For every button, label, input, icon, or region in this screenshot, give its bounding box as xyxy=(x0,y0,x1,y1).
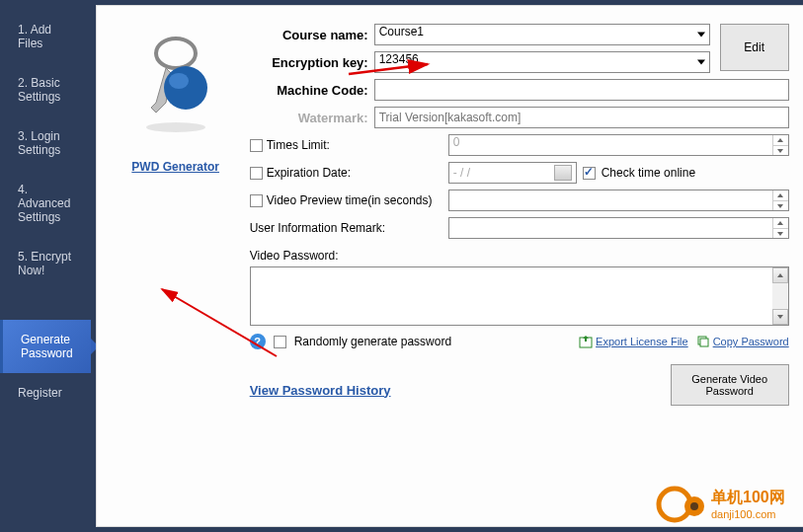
user-info-label: User Information Remark: xyxy=(250,221,442,235)
user-info-input[interactable] xyxy=(448,217,789,239)
sidebar-item-register[interactable]: Register xyxy=(0,373,91,413)
video-password-label: Video Password: xyxy=(250,249,789,263)
chevron-down-icon xyxy=(697,33,705,38)
calendar-button-icon[interactable] xyxy=(554,165,572,181)
video-password-textarea[interactable] xyxy=(250,266,789,326)
machine-code-label: Machine Code: xyxy=(250,83,368,98)
course-name-select[interactable]: Course1 xyxy=(374,24,710,45)
svg-rect-6 xyxy=(700,339,708,346)
svg-point-1 xyxy=(164,66,207,110)
pwd-generator-link[interactable]: PWD Generator xyxy=(121,160,230,174)
expiration-date-label: Expiration Date: xyxy=(267,166,351,180)
spinner-down-icon[interactable] xyxy=(772,200,788,210)
sidebar: 1. Add Files 2. Basic Settings 3. Login … xyxy=(0,0,91,532)
view-password-history-link[interactable]: View Password History xyxy=(250,383,391,398)
svg-text:单机100网: 单机100网 xyxy=(710,489,785,505)
video-preview-input[interactable] xyxy=(448,190,789,211)
copy-icon xyxy=(696,335,710,348)
svg-point-0 xyxy=(156,38,196,68)
times-limit-label: Times Limit: xyxy=(267,138,330,152)
scrollbar[interactable] xyxy=(772,267,788,325)
encryption-key-select[interactable]: 123456 xyxy=(374,51,710,73)
sidebar-item-generate-password[interactable]: Generate Password xyxy=(0,320,91,373)
svg-point-11 xyxy=(690,502,698,510)
times-limit-input[interactable]: 0 xyxy=(448,134,789,156)
spinner-up-icon[interactable] xyxy=(772,190,788,200)
generate-video-password-button[interactable]: Generate Video Password xyxy=(671,364,789,406)
spinner-up-icon[interactable] xyxy=(772,218,788,228)
check-time-checkbox[interactable] xyxy=(583,167,596,180)
svg-text:danji100.com: danji100.com xyxy=(711,508,775,520)
chevron-down-icon xyxy=(697,60,705,65)
help-icon[interactable]: ? xyxy=(250,334,266,349)
sidebar-item-add-files[interactable]: 1. Add Files xyxy=(0,10,91,63)
course-name-label: Course name: xyxy=(250,28,368,42)
spinner-down-icon[interactable] xyxy=(772,145,788,155)
svg-point-2 xyxy=(169,73,189,89)
machine-code-input[interactable] xyxy=(374,79,789,101)
copy-password-link[interactable]: Copy Password xyxy=(696,335,789,348)
watermark-input xyxy=(374,107,789,128)
video-preview-label: Video Preview time(in seconds) xyxy=(267,193,433,207)
main-panel: PWD Generator Course name: Course1 xyxy=(96,5,803,527)
sidebar-item-advanced-settings[interactable]: 4. Advanced Settings xyxy=(0,170,91,237)
expiration-date-checkbox[interactable] xyxy=(250,167,263,180)
svg-point-3 xyxy=(146,122,205,132)
randomly-generate-checkbox[interactable] xyxy=(274,336,286,348)
sidebar-item-basic-settings[interactable]: 2. Basic Settings xyxy=(0,63,91,116)
spinner-up-icon[interactable] xyxy=(772,135,788,145)
keys-icon xyxy=(131,34,220,132)
sidebar-item-encrypt-now[interactable]: 5. Encrypt Now! xyxy=(0,237,91,290)
check-time-label: Check time online xyxy=(602,166,695,180)
spinner-down-icon[interactable] xyxy=(772,228,788,238)
export-icon xyxy=(579,335,593,348)
expiration-date-input[interactable]: - / / xyxy=(448,162,577,184)
times-limit-checkbox[interactable] xyxy=(250,139,263,152)
watermark-label: Watermark: xyxy=(250,111,368,125)
scroll-up-icon[interactable] xyxy=(772,267,788,283)
randomly-generate-label: Randomly generate password xyxy=(294,335,451,348)
scroll-down-icon[interactable] xyxy=(772,309,788,325)
edit-button[interactable]: Edit xyxy=(720,24,789,71)
sidebar-item-login-settings[interactable]: 3. Login Settings xyxy=(0,116,91,170)
brand-watermark: 单机100网 danji100.com xyxy=(650,475,798,527)
export-license-link[interactable]: Export License File xyxy=(579,335,688,348)
video-preview-checkbox[interactable] xyxy=(250,194,263,207)
encryption-key-label: Encryption key: xyxy=(250,55,368,70)
